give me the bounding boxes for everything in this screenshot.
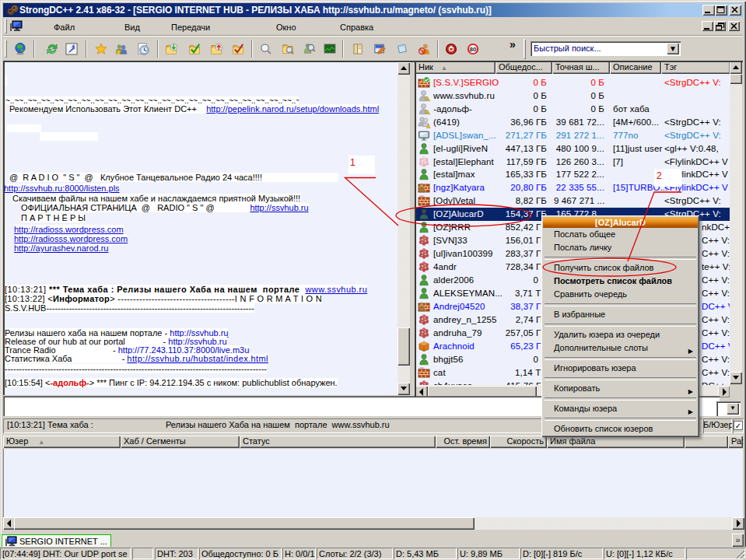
svg-text:80: 80 (470, 46, 477, 53)
